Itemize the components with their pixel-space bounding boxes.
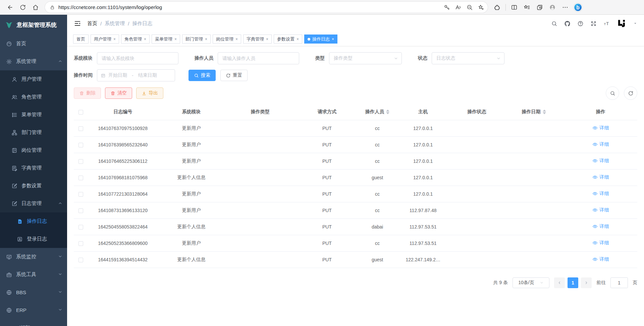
delete-button[interactable]: 删除 <box>74 87 101 99</box>
address-bar[interactable]: https://ccnetcore.com:1101/system/log/op… <box>45 2 488 13</box>
sidebar-item-BBS[interactable]: BBS <box>0 283 67 301</box>
status-select[interactable]: 日志状态 <box>432 52 504 64</box>
github-button[interactable] <box>564 20 571 27</box>
sort-icon[interactable] <box>543 110 546 114</box>
sidebar-item-部门管理[interactable]: 部门管理 <box>0 124 67 141</box>
column-header-操作日期[interactable]: 操作日期 <box>503 104 564 120</box>
close-icon[interactable]: × <box>266 37 268 41</box>
detail-link[interactable]: 详细 <box>592 191 609 197</box>
close-icon[interactable]: × <box>332 37 334 41</box>
clear-button[interactable]: 清空 <box>105 87 132 99</box>
sidebar-item-Yi框架[interactable]: Yi框架 <box>0 319 67 326</box>
url-text[interactable]: https://ccnetcore.com:1101/system/log/op… <box>58 4 441 10</box>
sidebar-item-菜单管理[interactable]: 菜单管理 <box>0 106 67 124</box>
tab-用户管理[interactable]: 用户管理× <box>91 35 119 44</box>
module-input[interactable] <box>97 52 178 64</box>
tab-部门管理[interactable]: 部门管理× <box>182 35 211 44</box>
sidebar-fold-button[interactable] <box>74 20 81 27</box>
star-add-button[interactable] <box>476 3 486 12</box>
close-icon[interactable]: × <box>174 37 177 41</box>
operator-input[interactable] <box>218 52 299 64</box>
row-checkbox[interactable] <box>78 176 83 180</box>
column-header-操作人员[interactable]: 操作人员 <box>359 104 396 120</box>
sort-icon[interactable] <box>386 110 389 114</box>
sidebar-item-系统工具[interactable]: 系统工具 <box>0 266 67 283</box>
fullscreen-button[interactable] <box>590 20 597 27</box>
caret-down-icon[interactable] <box>633 21 637 25</box>
row-checkbox[interactable] <box>78 225 83 230</box>
close-icon[interactable]: × <box>144 37 146 41</box>
type-select[interactable]: 操作类型 <box>329 52 402 64</box>
tab-参数设置[interactable]: 参数设置× <box>274 35 302 44</box>
tab-字典管理[interactable]: 字典管理× <box>243 35 272 44</box>
sidebar-item-参数设置[interactable]: 参数设置 <box>0 177 67 195</box>
reset-button[interactable]: 重置 <box>220 70 248 81</box>
date-range-picker[interactable]: 开始日期 - 结束日期 <box>97 69 175 81</box>
row-checkbox[interactable] <box>78 143 83 147</box>
page-size-select[interactable]: 10条/页 <box>513 277 549 288</box>
favorites-button[interactable] <box>521 2 533 13</box>
tab-岗位管理[interactable]: 岗位管理× <box>213 35 241 44</box>
row-checkbox[interactable] <box>78 126 83 131</box>
user-avatar[interactable] <box>616 18 627 28</box>
close-icon[interactable]: × <box>113 37 116 41</box>
arrow-left-button[interactable] <box>4 2 16 13</box>
sidebar-item-操作日志[interactable]: 操作日志 <box>0 212 67 230</box>
goto-page-input[interactable] <box>610 277 628 288</box>
tab-首页[interactable]: 首页 <box>73 35 89 44</box>
row-checkbox[interactable] <box>78 258 83 262</box>
row-checkbox[interactable] <box>78 241 83 246</box>
help-button[interactable] <box>577 20 584 27</box>
font-size-button[interactable]: TT <box>603 20 610 27</box>
prev-page-button[interactable] <box>554 277 565 288</box>
refresh-table-button[interactable] <box>624 86 637 100</box>
row-checkbox[interactable] <box>78 208 83 213</box>
close-icon[interactable]: × <box>205 37 207 41</box>
more-button[interactable] <box>559 2 571 13</box>
select-all-checkbox[interactable] <box>78 110 83 115</box>
tab-角色管理[interactable]: 角色管理× <box>121 35 150 44</box>
profile-button[interactable] <box>546 2 558 13</box>
page-number-1[interactable]: 1 <box>568 277 578 288</box>
sidebar-item-登录日志[interactable]: 登录日志 <box>0 230 67 248</box>
export-button[interactable]: 导出 <box>136 87 163 99</box>
next-page-button[interactable] <box>581 277 592 288</box>
home-button[interactable] <box>30 2 42 13</box>
show-search-button[interactable] <box>606 86 619 100</box>
sidebar-item-系统管理[interactable]: 系统管理 <box>0 53 67 70</box>
detail-link[interactable]: 详细 <box>592 141 609 147</box>
tab-菜单管理[interactable]: 菜单管理× <box>152 35 180 44</box>
split-screen-button[interactable] <box>508 2 520 13</box>
extensions-button[interactable] <box>491 2 503 13</box>
detail-link[interactable]: 详细 <box>592 256 609 262</box>
search-button[interactable]: 搜索 <box>189 70 216 81</box>
sidebar-item-系统监控[interactable]: 系统监控 <box>0 248 67 266</box>
detail-link[interactable]: 详细 <box>592 223 609 230</box>
detail-link[interactable]: 详细 <box>592 207 609 213</box>
detail-link[interactable]: 详细 <box>592 125 609 131</box>
detail-link[interactable]: 详细 <box>592 240 609 246</box>
sidebar-item-ERP[interactable]: ERP <box>0 301 67 319</box>
refresh-button[interactable] <box>17 2 29 13</box>
sidebar-item-日志管理[interactable]: 日志管理 <box>0 195 67 212</box>
row-checkbox[interactable] <box>78 159 83 164</box>
collections-button[interactable] <box>534 2 546 13</box>
sidebar-item-字典管理[interactable]: 字典管理 <box>0 159 67 177</box>
breadcrumb-item[interactable]: 系统管理 <box>105 20 125 27</box>
close-icon[interactable]: × <box>235 37 238 41</box>
read-aloud-button[interactable] <box>453 3 464 12</box>
search-button[interactable] <box>551 20 557 27</box>
tab-操作日志[interactable]: 操作日志× <box>304 35 337 44</box>
sidebar-item-用户管理[interactable]: 用户管理 <box>0 70 67 88</box>
detail-link[interactable]: 详细 <box>592 174 609 180</box>
zoom-out-button[interactable] <box>464 3 475 12</box>
sidebar-item-角色管理[interactable]: 角色管理 <box>0 88 67 106</box>
close-icon[interactable]: × <box>297 37 299 41</box>
breadcrumb-item[interactable]: 首页 <box>87 20 97 27</box>
sidebar-item-首页[interactable]: 首页 <box>0 35 67 53</box>
row-checkbox[interactable] <box>78 192 83 197</box>
breadcrumb-item[interactable]: 操作日志 <box>132 20 152 27</box>
detail-link[interactable]: 详细 <box>592 158 609 164</box>
bing-button[interactable]: b <box>572 2 584 13</box>
sidebar-item-岗位管理[interactable]: 岗位管理 <box>0 141 67 159</box>
